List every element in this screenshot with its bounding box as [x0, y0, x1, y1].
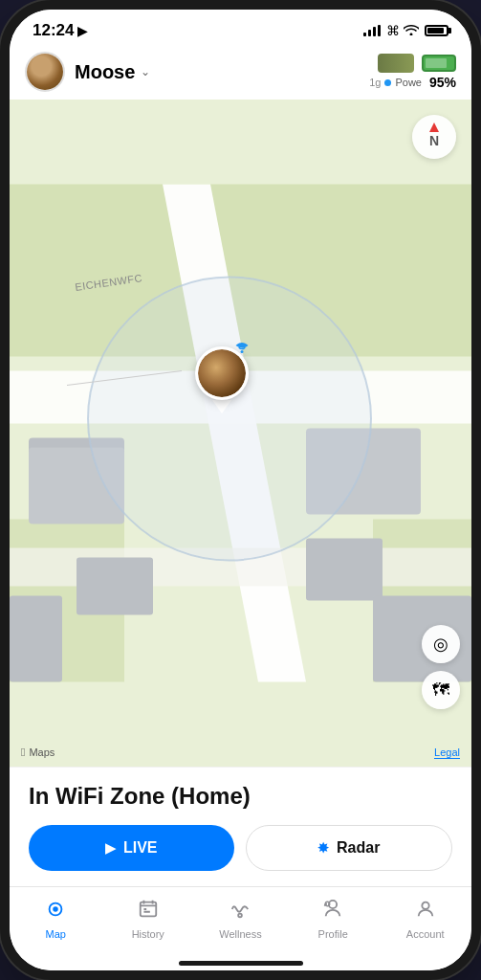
chevron-down-icon[interactable]: ⌄	[141, 65, 150, 78]
avatar-image	[27, 54, 63, 90]
home-indicator	[10, 963, 471, 970]
status-icons: ⌘	[363, 23, 448, 38]
bluetooth-icon: ✸	[317, 840, 329, 856]
pet-info[interactable]: Moose ⌄	[25, 52, 150, 92]
tab-wellness[interactable]: Wellness	[211, 895, 269, 944]
pet-location-marker	[192, 346, 251, 413]
device-icons	[378, 54, 456, 73]
svg-point-13	[88, 278, 371, 561]
power-text-prefix: 1g	[369, 77, 381, 88]
map-type-button[interactable]: 🗺	[422, 671, 460, 709]
power-status: 1g Powe	[369, 77, 422, 88]
tab-profile-label: Profile	[318, 928, 348, 940]
map-container[interactable]: EICHENWFC	[10, 100, 471, 767]
wellness-tab-icon	[230, 899, 251, 925]
power-dot-icon	[384, 79, 391, 86]
status-bar: 12:24 ▶ ⌘	[10, 10, 471, 44]
app-header: Moose ⌄ 1g Powe	[10, 44, 471, 100]
radar-button-label: Radar	[337, 839, 380, 857]
pet-name: Moose	[75, 61, 135, 83]
action-buttons: ▶ LIVE ✸ Radar	[29, 825, 452, 871]
svg-point-25	[422, 902, 428, 909]
svg-point-15	[54, 906, 59, 912]
tab-account-label: Account	[406, 928, 445, 940]
tab-history[interactable]: History	[120, 895, 177, 944]
profile-tab-icon	[322, 899, 343, 925]
svg-rect-9	[77, 558, 153, 615]
radar-button[interactable]: ✸ Radar	[246, 825, 453, 871]
phone-inner: 12:24 ▶ ⌘	[10, 10, 471, 970]
tab-wellness-label: Wellness	[219, 928, 261, 940]
map-type-icon: 🗺	[432, 680, 449, 701]
location-arrow-icon: ▶	[77, 24, 87, 38]
location-pin-button[interactable]: ◎	[422, 625, 460, 663]
compass-n-label: N	[429, 133, 439, 148]
location-status: In WiFi Zone (Home)	[29, 783, 452, 810]
tab-map-label: Map	[46, 928, 66, 940]
tab-map[interactable]: Map	[27, 895, 84, 944]
battery-fill	[427, 28, 444, 33]
live-button[interactable]: ▶ LIVE	[29, 825, 234, 871]
tab-account[interactable]: Account	[397, 895, 454, 944]
maps-attribution:  Maps	[21, 746, 55, 759]
compass[interactable]: N	[412, 115, 456, 159]
battery-icon	[425, 25, 448, 36]
apple-logo-icon: 	[21, 746, 25, 759]
map-controls: ◎ 🗺	[422, 625, 460, 709]
svg-rect-17	[141, 902, 157, 917]
power-text: Powe	[395, 77, 422, 88]
status-time: 12:24 ▶	[33, 21, 87, 40]
home-bar	[179, 961, 303, 966]
map-tab-icon	[45, 899, 66, 925]
battery-tracker-fill	[426, 58, 447, 68]
bottom-panel: In WiFi Zone (Home) ▶ LIVE ✸ Radar	[10, 767, 471, 886]
account-tab-icon	[415, 899, 436, 925]
wifi-icon: ⌘	[386, 23, 419, 38]
map-svg	[10, 100, 471, 767]
tab-history-label: History	[132, 928, 164, 940]
battery-tracker-icon[interactable]	[422, 55, 456, 72]
avatar[interactable]	[25, 52, 65, 92]
signal-bars-icon	[363, 25, 381, 36]
maps-text: Maps	[29, 746, 55, 758]
live-button-label: LIVE	[123, 839, 158, 857]
tab-bar: Map History	[10, 886, 471, 963]
tracker-device-icon[interactable]	[378, 54, 414, 73]
svg-point-23	[239, 914, 243, 918]
location-pin-icon: ◎	[433, 634, 448, 655]
compass-needle-icon	[429, 122, 439, 132]
pet-name-row[interactable]: Moose ⌄	[75, 61, 150, 83]
legal-link[interactable]: Legal	[434, 746, 460, 759]
time-display: 12:24	[33, 21, 74, 40]
header-right: 1g Powe 95%	[369, 54, 456, 90]
battery-percent-text: 95%	[429, 75, 456, 90]
phone-frame: 12:24 ▶ ⌘	[0, 0, 481, 980]
tab-profile[interactable]: Profile	[304, 895, 361, 944]
svg-rect-11	[10, 596, 62, 682]
history-tab-icon	[138, 899, 159, 925]
wifi-signal-icon	[234, 341, 250, 356]
live-arrow-icon: ▶	[105, 840, 116, 856]
svg-rect-10	[306, 539, 383, 601]
